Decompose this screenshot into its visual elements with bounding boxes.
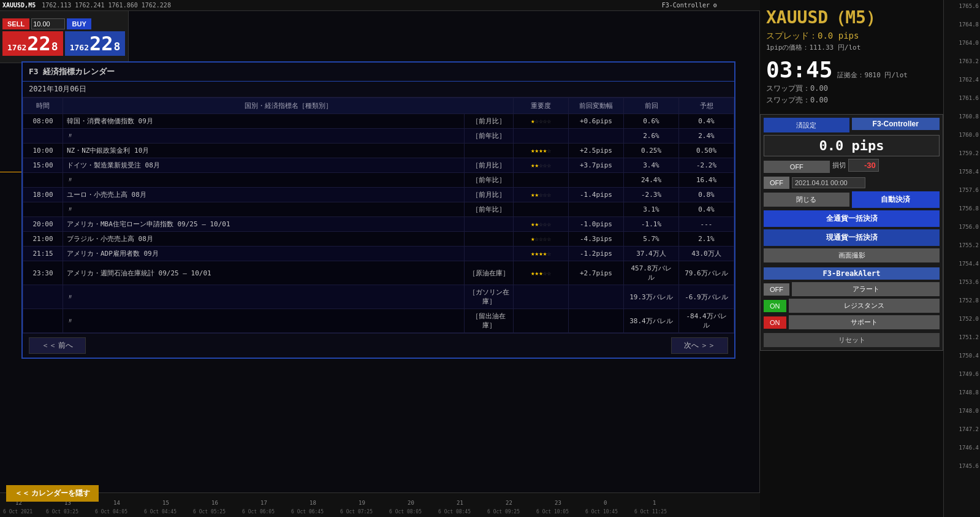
price-tick: 1754.4 [959, 261, 979, 267]
cell-forecast: 16.4% [679, 173, 734, 188]
time-label-0: 0 [604, 500, 607, 506]
cell-change: -1.0pips [569, 217, 624, 232]
cell-prev: 2.6% [624, 129, 679, 144]
swap-buy-info: スワップ買：0.00 [766, 83, 937, 94]
date-label-0405: 6 Oct 04:05 [95, 509, 127, 515]
alert-button[interactable]: アラート [792, 282, 940, 296]
auto-close-button[interactable]: 自動決済 [852, 191, 940, 208]
price-tick: 1759.2 [959, 150, 979, 156]
date-label-0445: 6 Oct 04:45 [144, 509, 177, 515]
date-input[interactable] [792, 177, 865, 188]
price-tick: 1764.8 [959, 21, 979, 28]
cell-change: +2.5pips [569, 144, 624, 158]
date-label-oct: 6 Oct 2021 [3, 509, 32, 515]
cell-stars: ★★☆☆☆ [514, 188, 569, 202]
sell-button[interactable]: SELL [2, 18, 29, 29]
table-row: 23:30 アメリカ・週間石油在庫統計 09/25 ‒ 10/01 ［原油在庫］… [23, 261, 734, 285]
support-on-button[interactable]: ON [764, 316, 786, 329]
reset-button[interactable]: リセット [764, 333, 940, 347]
cell-type: ［前年比］ [465, 202, 514, 217]
cell-forecast: -6.9万バレル [679, 285, 734, 309]
cell-type: ［ガソリン在庫］ [465, 285, 514, 309]
col-forecast: 予想 [679, 98, 734, 114]
cell-name: ドイツ・製造業新規受注 08月 [63, 158, 465, 173]
cell-time: 18:00 [23, 188, 63, 202]
break-off-button[interactable]: OFF [764, 283, 789, 296]
price-tick: 1751.2 [959, 334, 979, 340]
f3-controller-header-btn[interactable]: F3-Controller [852, 118, 940, 130]
cell-prev: -1.1% [624, 217, 679, 232]
screenshot-button[interactable]: 画面撮影 [764, 248, 940, 262]
prev-button[interactable]: ＜＜ 前へ [29, 337, 86, 354]
stoploss-input[interactable] [848, 159, 879, 172]
pip-info: 1pipの価格：111.33 円/lot [766, 43, 937, 52]
price-tick: 1764.0 [959, 40, 979, 46]
symbol-label: XAUUSD,M5 [2, 2, 36, 9]
cell-stars [514, 202, 569, 217]
table-row: 18:00 ユーロ・小売売上高 08月 ［前月比］ ★★☆☆☆ -1.4pips… [23, 188, 734, 202]
cell-name: 〃 [63, 285, 465, 309]
cell-change: +2.7pips [569, 261, 624, 285]
all-close-button[interactable]: 全通貨一括決済 [764, 210, 940, 227]
cell-stars: ★★★★☆ [514, 247, 569, 261]
date-label-0645: 6 Oct 06:45 [291, 509, 324, 515]
cell-forecast: 2.1% [679, 232, 734, 247]
price-tick: 1752.0 [959, 316, 979, 322]
next-button[interactable]: 次へ ＞＞ [671, 337, 728, 354]
cell-stars: ★★★★☆ [514, 144, 569, 158]
instrument-name: XAUUSD（M5） [766, 6, 937, 29]
trade-controls: SELL BUY 1762 22 8 1762 22 8 [0, 11, 129, 63]
time-label-20: 20 [408, 500, 414, 506]
spread-info: スプレッド：0.0 pips [766, 31, 937, 42]
resistance-button[interactable]: レジスタンス [789, 299, 940, 313]
date-label-1125: 6 Oct 11:25 [634, 509, 667, 515]
off-button-2[interactable]: OFF [764, 177, 789, 189]
cell-time: 21:00 [23, 232, 63, 247]
calendar-toggle-button[interactable]: ＜＜ カレンダーを隠す [6, 485, 99, 502]
price-tick: 1756.0 [959, 224, 979, 230]
ohlc-label: 1762.113 1762.241 1761.860 1762.228 [42, 2, 171, 9]
current-close-button[interactable]: 現通貨一括決済 [764, 229, 940, 246]
lot-input[interactable] [31, 18, 65, 29]
time-label-1: 1 [653, 500, 656, 506]
cell-prev: 19.3万バレル [624, 285, 679, 309]
buy-price-small: 1762 [70, 43, 89, 52]
sell-price-display: 1762 22 8 [2, 31, 63, 56]
cell-name: 〃 [63, 173, 465, 188]
calendar-footer: ＜＜ 前へ 次へ ＞＞ [23, 333, 734, 358]
col-importance: 重要度 [514, 98, 569, 114]
cell-prev: 37.4万人 [624, 247, 679, 261]
date-label-0725: 6 Oct 07:25 [340, 509, 373, 515]
price-tick: 1765.6 [959, 3, 979, 9]
time-label-21: 21 [457, 500, 463, 506]
price-tick: 1746.4 [959, 445, 979, 451]
table-row: 21:00 ブラジル・小売売上高 08月 ★☆☆☆☆ -4.3pips 5.7%… [23, 232, 734, 247]
col-prev-change: 前回変動幅 [569, 98, 624, 114]
sell-price-small: 1762 [7, 43, 26, 52]
cell-prev: 5.7% [624, 232, 679, 247]
resistance-on-button[interactable]: ON [764, 300, 786, 312]
time-label-19: 19 [359, 500, 365, 506]
support-button[interactable]: サポート [789, 315, 940, 329]
price-tick: 1760.0 [959, 132, 979, 138]
cell-change [569, 173, 624, 188]
off-button-1[interactable]: OFF [764, 161, 830, 173]
buy-button[interactable]: BUY [67, 18, 91, 29]
cell-type: ［原油在庫］ [465, 261, 514, 285]
sell-price-large: 22 [27, 34, 51, 53]
topbar: XAUUSD,M5 1762.113 1762.241 1761.860 176… [0, 0, 760, 11]
date-label-1005: 6 Oct 10:05 [536, 509, 569, 515]
cell-type [465, 247, 514, 261]
cell-change: -1.2pips [569, 247, 624, 261]
right-panel: XAUUSD（M5） スプレッド：0.0 pips 1pipの価格：111.33… [760, 0, 943, 517]
time-label-15: 15 [162, 500, 169, 506]
close-button[interactable]: 閉じる [764, 193, 849, 207]
cell-prev: 457.8万バレル [624, 261, 679, 285]
cell-forecast: 0.4% [679, 114, 734, 129]
cell-type [465, 232, 514, 247]
table-row: 10:00 NZ・NZ中銀政策金利 10月 ★★★★☆ +2.5pips 0.2… [23, 144, 734, 158]
table-row: 〃 ［前年比］ 24.4% 16.4% [23, 173, 734, 188]
time-display: 03:45 [766, 57, 832, 82]
cell-time: 08:00 [23, 114, 63, 129]
econ-settings-button[interactable]: 済設定 [764, 118, 849, 132]
